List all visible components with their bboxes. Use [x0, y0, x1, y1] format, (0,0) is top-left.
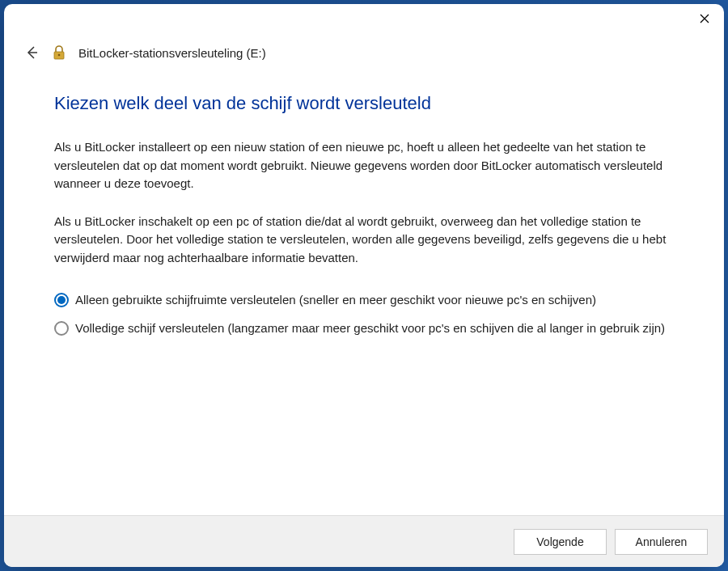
cancel-button[interactable]: Annuleren — [615, 529, 708, 555]
radio-button-icon — [54, 293, 69, 307]
close-button[interactable] — [696, 11, 713, 27]
back-button[interactable] — [23, 44, 40, 61]
next-button[interactable]: Volgende — [514, 529, 607, 555]
bitlocker-wizard-window: BitLocker-stationsversleuteling (E:) Kie… — [4, 4, 724, 567]
radio-label: Alleen gebruikte schijfruimte versleutel… — [75, 291, 596, 308]
window-title: BitLocker-stationsversleuteling (E:) — [78, 46, 266, 60]
description-paragraph-2: Als u BitLocker inschakelt op een pc of … — [54, 213, 674, 268]
radio-option-full-drive[interactable]: Volledige schijf versleutelen (langzamer… — [54, 319, 674, 336]
footer-bar: Volgende Annuleren — [4, 515, 724, 567]
titlebar — [4, 4, 724, 36]
page-heading: Kiezen welk deel van de schijf wordt ver… — [54, 93, 674, 114]
back-arrow-icon — [24, 45, 39, 60]
description-paragraph-1: Als u BitLocker installeert op een nieuw… — [54, 138, 674, 193]
bitlocker-icon — [51, 44, 67, 61]
header-row: BitLocker-stationsversleuteling (E:) — [4, 36, 724, 61]
close-icon — [700, 14, 709, 23]
content-area: Kiezen welk deel van de schijf wordt ver… — [4, 61, 724, 515]
encryption-options-group: Alleen gebruikte schijfruimte versleutel… — [54, 291, 674, 336]
radio-option-used-space[interactable]: Alleen gebruikte schijfruimte versleutel… — [54, 291, 674, 308]
radio-label: Volledige schijf versleutelen (langzamer… — [75, 319, 665, 336]
svg-point-4 — [58, 54, 61, 57]
radio-button-icon — [54, 321, 69, 336]
